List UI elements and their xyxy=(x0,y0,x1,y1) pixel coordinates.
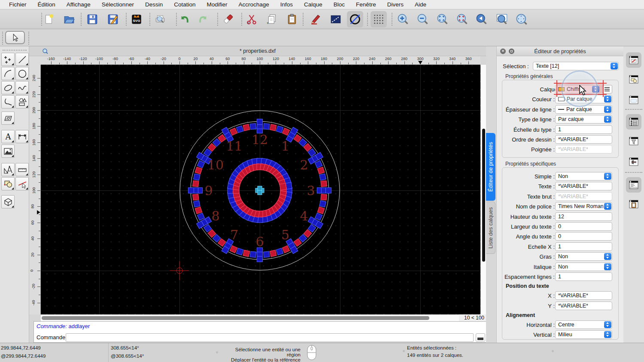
measure-tool-button[interactable] xyxy=(15,163,29,176)
panel-command-line-button[interactable] xyxy=(626,177,641,193)
font-dropdown[interactable]: Times New Roman xyxy=(555,202,612,211)
stepper-icon[interactable] xyxy=(604,96,611,103)
menu-dessin[interactable]: Dessin xyxy=(140,1,168,8)
command-input[interactable] xyxy=(66,333,474,342)
selection-tool-button[interactable] xyxy=(5,31,25,44)
menu-calque[interactable]: Calque xyxy=(298,1,328,8)
save-as-button[interactable] xyxy=(105,11,121,27)
position-x-input[interactable]: *VARIABLE* xyxy=(555,291,612,300)
dimension-tool-button[interactable] xyxy=(15,130,29,143)
ellipse-tool-button[interactable] xyxy=(1,81,15,94)
modify-tool-button[interactable] xyxy=(1,177,15,190)
undo-button[interactable] xyxy=(176,11,192,27)
misc-draw-tool-button[interactable] xyxy=(1,163,15,176)
menu-fenetre[interactable]: Fenêtre xyxy=(350,1,382,8)
drawing-canvas[interactable]: 121234567891011 xyxy=(41,65,480,314)
lineweight-dropdown[interactable]: Par calque xyxy=(555,105,612,114)
auto-zoom-button[interactable] xyxy=(434,11,451,27)
command-options-button[interactable] xyxy=(476,333,485,342)
spline-tool-button[interactable] xyxy=(15,81,29,94)
export-svg-button[interactable]: SVG xyxy=(128,11,145,27)
arc-tool-button[interactable] xyxy=(1,67,15,80)
stepper-icon[interactable] xyxy=(604,173,611,180)
bold-dropdown[interactable]: Non xyxy=(555,252,612,261)
erase-button[interactable] xyxy=(220,11,236,27)
solid-3d-tool-button[interactable] xyxy=(1,195,15,208)
selection-dropdown[interactable]: Texte [12] xyxy=(533,62,619,70)
menu-affichage[interactable]: Affichage xyxy=(61,1,96,8)
linetype-toggle-button[interactable] xyxy=(347,11,363,27)
panel-filter-button[interactable] xyxy=(627,135,640,148)
redo-button[interactable] xyxy=(196,11,212,27)
menu-divers[interactable]: Divers xyxy=(382,1,409,8)
polyline-tool-button[interactable] xyxy=(1,95,15,109)
text-width-input[interactable]: 0 xyxy=(555,222,612,231)
draw-order-input[interactable]: *VARIABLE* xyxy=(555,135,612,144)
color-dropdown[interactable]: Par calque xyxy=(555,95,612,103)
menu-selectionner[interactable]: Sélectionner xyxy=(96,1,140,8)
stepper-icon[interactable] xyxy=(604,263,611,270)
modify-attributes-tool-button[interactable] xyxy=(15,177,29,190)
panel-selection-button[interactable] xyxy=(627,155,640,168)
menu-infos[interactable]: Infos xyxy=(275,1,298,8)
stepper-icon[interactable] xyxy=(611,63,618,69)
circle-tool-button[interactable] xyxy=(15,67,29,80)
linetype-dropdown[interactable]: Par calque xyxy=(555,115,612,124)
palette-drag-handle[interactable] xyxy=(3,50,27,51)
paste-button[interactable] xyxy=(284,11,300,27)
position-y-input[interactable]: *VARIABLE* xyxy=(555,302,612,310)
new-file-button[interactable] xyxy=(41,11,57,27)
menu-cotation[interactable]: Cotation xyxy=(168,1,201,8)
cut-button[interactable]: + xyxy=(243,11,260,27)
menu-aide[interactable]: Aide xyxy=(409,1,432,8)
save-button[interactable] xyxy=(84,11,100,27)
simple-dropdown[interactable]: Non xyxy=(555,172,612,181)
panel-layer-list-button[interactable] xyxy=(626,114,641,130)
stepper-icon[interactable] xyxy=(592,86,599,93)
copy-button[interactable]: + xyxy=(264,11,280,27)
layer-dropdown[interactable]: Chiffres xyxy=(555,85,600,94)
horizontal-scrollbar[interactable] xyxy=(41,314,459,321)
image-tool-button[interactable] xyxy=(1,145,15,158)
grid-toggle-button[interactable] xyxy=(371,11,387,27)
menu-modifier[interactable]: Modifier xyxy=(201,1,233,8)
tab-layer-list[interactable]: Liste des calques xyxy=(486,202,495,254)
layer-menu-button[interactable] xyxy=(602,85,612,94)
menu-accrochage[interactable]: Accrochage xyxy=(233,1,274,8)
shape-tool-button[interactable] xyxy=(15,95,29,109)
italic-dropdown[interactable]: Non xyxy=(555,262,612,271)
panel-blank-button[interactable] xyxy=(627,94,640,106)
linetype-scale-input[interactable]: 1 xyxy=(555,125,612,134)
zoom-out-button[interactable] xyxy=(415,11,431,27)
panel-modify-button[interactable] xyxy=(627,73,640,86)
draft-mode-button[interactable] xyxy=(328,11,344,27)
stepper-icon[interactable] xyxy=(604,106,611,113)
text-input[interactable]: *VARIABLE* xyxy=(555,182,612,190)
zoom-in-button[interactable] xyxy=(395,11,411,27)
menu-fichier[interactable]: Fichier xyxy=(3,1,32,8)
point-tool-button[interactable] xyxy=(1,53,15,66)
zoom-window-button[interactable] xyxy=(494,11,510,27)
horizontal-scrollbar-thumb[interactable] xyxy=(42,316,429,320)
text-height-input[interactable]: 12 xyxy=(555,212,612,221)
horizontal-align-dropdown[interactable]: Centre xyxy=(555,320,612,329)
stepper-icon[interactable] xyxy=(604,116,611,123)
text-angle-input[interactable]: 0 xyxy=(555,232,612,241)
hatch-tool-button[interactable] xyxy=(1,112,15,125)
stepper-icon[interactable] xyxy=(604,321,611,328)
zoom-selection-button[interactable] xyxy=(454,11,471,27)
stepper-icon[interactable] xyxy=(604,331,611,338)
menu-edition[interactable]: Édition xyxy=(32,1,61,8)
previous-view-button[interactable] xyxy=(474,11,490,27)
pan-button[interactable] xyxy=(513,11,530,27)
line-spacing-input[interactable]: 1 xyxy=(555,272,612,281)
vertical-scrollbar-thumb[interactable] xyxy=(482,129,485,262)
vertical-align-dropdown[interactable]: Milieu xyxy=(555,330,612,339)
stepper-icon[interactable] xyxy=(604,203,611,210)
print-preview-button[interactable] xyxy=(152,11,168,27)
panel-clipboard-button[interactable] xyxy=(627,198,640,211)
panel-property-editor-button[interactable] xyxy=(626,52,641,68)
scale-x-input[interactable]: 1 xyxy=(555,242,612,251)
tab-property-editor[interactable]: Éditeur de propriétés xyxy=(486,133,495,201)
pencil-draw-button[interactable] xyxy=(307,11,324,27)
